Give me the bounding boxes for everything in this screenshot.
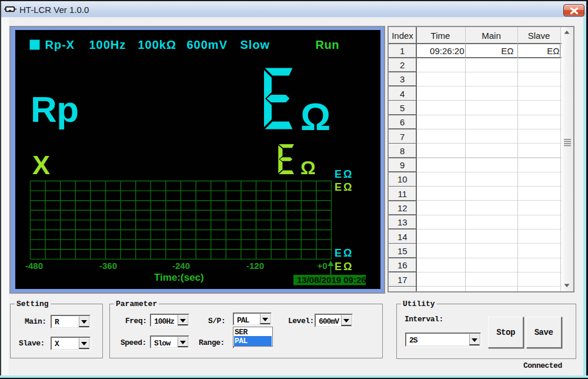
svg-text:Time:(sec): Time:(sec) [154, 272, 204, 283]
svg-text:Ω: Ω [300, 96, 330, 138]
svg-text:13/08/2019 09:26: 13/08/2019 09:26 [297, 275, 366, 285]
svg-text:Rp-X: Rp-X [45, 38, 75, 51]
svg-text:+0: +0 [317, 261, 327, 271]
svg-text:100kΩ: 100kΩ [138, 38, 177, 51]
svg-text:Run: Run [316, 38, 339, 51]
svg-text:Ω: Ω [300, 157, 316, 178]
svg-text:-480: -480 [25, 261, 43, 271]
svg-text:Slow: Slow [240, 38, 270, 51]
svg-text:-360: -360 [99, 261, 117, 271]
svg-text:100Hz: 100Hz [89, 38, 126, 51]
svg-text:Rp: Rp [31, 89, 79, 129]
svg-text:EΩ: EΩ [335, 247, 353, 259]
svg-text:600mV: 600mV [187, 38, 228, 51]
svg-text:EΩ: EΩ [335, 261, 353, 272]
svg-text:EΩ: EΩ [335, 181, 353, 193]
svg-text:X: X [32, 150, 50, 180]
svg-text:-120: -120 [246, 261, 264, 271]
svg-text:EΩ: EΩ [335, 168, 353, 180]
svg-text:-240: -240 [172, 261, 190, 271]
